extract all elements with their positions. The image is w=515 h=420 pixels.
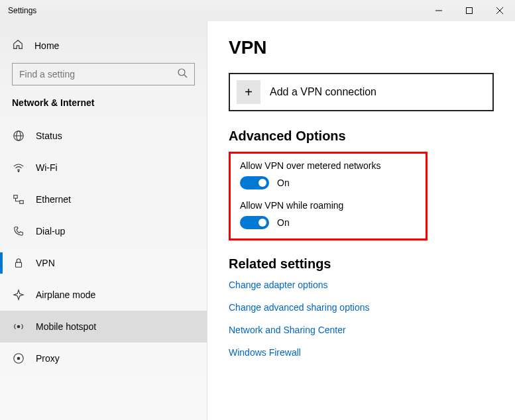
sidebar-item-hotspot[interactable]: Mobile hotspot bbox=[0, 311, 207, 342]
vpn-icon bbox=[12, 256, 25, 270]
main-content: VPN + Add a VPN connection Advanced Opti… bbox=[207, 21, 515, 420]
sidebar-item-vpn[interactable]: VPN bbox=[0, 247, 207, 279]
minimize-button[interactable] bbox=[424, 0, 454, 21]
roaming-label: Allow VPN while roaming bbox=[240, 200, 416, 211]
home-icon bbox=[12, 38, 24, 52]
nav-label: Status bbox=[36, 131, 62, 141]
advanced-heading: Advanced Options bbox=[229, 129, 494, 144]
titlebar: Settings bbox=[0, 0, 515, 21]
globe-icon bbox=[12, 129, 25, 142]
sidebar-item-wifi[interactable]: Wi-Fi bbox=[0, 152, 207, 184]
nav-label: Wi-Fi bbox=[36, 162, 58, 173]
ethernet-icon bbox=[12, 193, 25, 206]
roaming-state: On bbox=[277, 217, 290, 228]
link-sharing[interactable]: Change advanced sharing options bbox=[229, 302, 494, 313]
search-field[interactable] bbox=[19, 69, 152, 79]
sidebar-item-ethernet[interactable]: Ethernet bbox=[0, 184, 207, 215]
nav-label: Ethernet bbox=[36, 194, 71, 205]
maximize-button[interactable] bbox=[454, 0, 485, 21]
airplane-icon bbox=[12, 288, 25, 301]
phone-icon bbox=[12, 225, 25, 238]
page-title: VPN bbox=[229, 37, 494, 58]
roaming-toggle[interactable] bbox=[240, 216, 269, 229]
nav-label: Mobile hotspot bbox=[36, 321, 96, 332]
nav-label: Dial-up bbox=[36, 226, 65, 236]
highlight-box: Allow VPN over metered networks On Allow… bbox=[229, 152, 428, 240]
nav-label: VPN bbox=[36, 258, 55, 268]
add-vpn-button[interactable]: + Add a VPN connection bbox=[229, 73, 494, 111]
link-adapter[interactable]: Change adapter options bbox=[229, 280, 494, 290]
search-icon bbox=[177, 68, 188, 81]
svg-point-15 bbox=[17, 357, 20, 360]
sidebar-item-proxy[interactable]: Proxy bbox=[0, 342, 207, 374]
window-title: Settings bbox=[0, 6, 36, 15]
link-firewall[interactable]: Windows Firewall bbox=[229, 347, 494, 358]
metered-state: On bbox=[277, 178, 290, 188]
sidebar-item-airplane[interactable]: Airplane mode bbox=[0, 279, 207, 311]
svg-point-4 bbox=[178, 69, 185, 76]
related-heading: Related settings bbox=[229, 256, 494, 272]
sidebar-item-status[interactable]: Status bbox=[0, 120, 207, 152]
sidebar-item-dialup[interactable]: Dial-up bbox=[0, 215, 207, 247]
link-network-center[interactable]: Network and Sharing Center bbox=[229, 325, 494, 335]
metered-toggle[interactable] bbox=[240, 176, 269, 189]
plus-icon: + bbox=[237, 80, 260, 104]
svg-rect-1 bbox=[467, 8, 473, 14]
nav-label: Proxy bbox=[36, 353, 60, 364]
category-title: Network & Internet bbox=[0, 97, 207, 120]
wifi-icon bbox=[12, 161, 25, 174]
search-input[interactable] bbox=[12, 63, 195, 85]
svg-point-13 bbox=[17, 325, 20, 328]
svg-line-5 bbox=[184, 75, 187, 78]
close-button[interactable] bbox=[485, 0, 515, 21]
add-vpn-label: Add a VPN connection bbox=[270, 86, 376, 98]
proxy-icon bbox=[12, 352, 25, 365]
metered-label: Allow VPN over metered networks bbox=[240, 160, 416, 171]
home-label: Home bbox=[34, 40, 59, 51]
svg-rect-10 bbox=[14, 195, 17, 199]
svg-rect-11 bbox=[20, 201, 23, 204]
window-controls bbox=[424, 0, 515, 21]
svg-rect-12 bbox=[16, 262, 22, 267]
hotspot-icon bbox=[12, 320, 25, 333]
home-nav[interactable]: Home bbox=[0, 33, 207, 63]
nav-label: Airplane mode bbox=[36, 289, 95, 300]
sidebar: Home Network & Internet Status Wi-Fi Eth… bbox=[0, 21, 207, 420]
svg-point-9 bbox=[18, 171, 19, 172]
